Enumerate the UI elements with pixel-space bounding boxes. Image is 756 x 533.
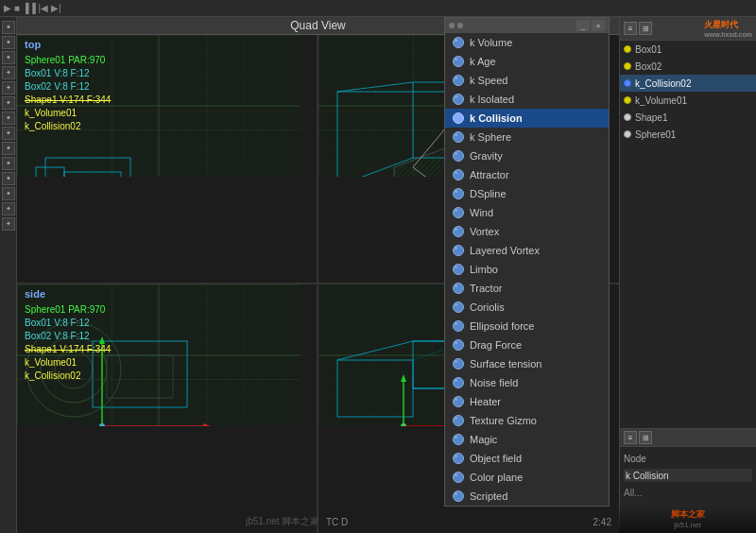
particle-icon-wind bbox=[451, 205, 466, 220]
dropdown-item-attractor[interactable]: Attractor bbox=[445, 165, 609, 184]
strip-icon-12[interactable]: ✦ bbox=[2, 187, 15, 200]
properties-panel-icon-1[interactable]: ≡ bbox=[624, 431, 637, 444]
bottom-brand-sub: jb51.net bbox=[623, 521, 752, 529]
particle-icon-noise-field bbox=[451, 375, 466, 390]
particle-icon-k-isolated bbox=[451, 92, 466, 107]
scene-panel-icon-1[interactable]: ≡ bbox=[624, 22, 637, 35]
viewport-bottom-left-info: Sphere01 PAR:970 Box01 V:8 F:12 Box02 V:… bbox=[25, 303, 111, 383]
tc-label: TC D bbox=[326, 517, 348, 527]
particle-icon-limbo bbox=[451, 262, 466, 277]
particle-icon-attractor bbox=[451, 167, 466, 182]
quad-view-title: Quad View bbox=[290, 19, 345, 32]
dropdown-item-dspline[interactable]: DSpline bbox=[445, 184, 609, 203]
particle-icon-layered-vortex bbox=[451, 243, 466, 258]
strip-icon-8[interactable]: ✦ bbox=[2, 127, 15, 140]
scene-item-k-collision02[interactable]: k_Collision02 bbox=[620, 75, 756, 92]
dot-box02 bbox=[624, 62, 631, 70]
title-dots bbox=[449, 23, 463, 28]
scene-item-shape1[interactable]: Shape1 bbox=[620, 109, 756, 126]
scene-item-box01[interactable]: Box01 bbox=[620, 41, 756, 58]
strip-icon-2[interactable]: ✦ bbox=[2, 36, 15, 49]
viewport-bottom-left[interactable]: side Sphere01 PAR:970 Box01 V:8 F:12 Box… bbox=[17, 284, 318, 533]
scene-panel-header: ≡ ⊞ 火星时代 www.hxsd.com bbox=[620, 17, 756, 41]
scene-panel-icon-2[interactable]: ⊞ bbox=[639, 22, 652, 35]
dropdown-item-k-isolated[interactable]: k Isolated bbox=[445, 90, 609, 109]
title-dot-2 bbox=[457, 23, 463, 28]
particle-icon-k-sphere bbox=[451, 129, 466, 145]
dropdown-minimize-btn[interactable]: _ bbox=[576, 20, 590, 31]
scene-item-box02[interactable]: Box02 bbox=[620, 58, 756, 75]
strip-icon-11[interactable]: ✦ bbox=[2, 172, 15, 185]
dropdown-item-magic[interactable]: Magic bbox=[445, 430, 609, 449]
dropdown-item-ellipsoid-force[interactable]: Ellipsoid force bbox=[445, 317, 609, 335]
dropdown-item-drag-force[interactable]: Drag Force bbox=[445, 335, 609, 354]
bottom-brand-text: 脚本之家 bbox=[623, 508, 752, 521]
dropdown-item-k-volume[interactable]: k Volume bbox=[445, 33, 609, 52]
dropdown-item-gravity[interactable]: Gravity bbox=[445, 146, 609, 165]
strip-icon-13[interactable]: ✦ bbox=[2, 202, 15, 215]
dropdown-item-layered-vortex[interactable]: Layered Vortex bbox=[445, 241, 609, 260]
particle-icon-dspline bbox=[451, 186, 466, 201]
particle-icon-texture-gizmo bbox=[451, 413, 466, 428]
dot-box01 bbox=[624, 45, 631, 53]
strip-icon-7[interactable]: ✦ bbox=[2, 112, 15, 125]
dropdown-item-surface-tension[interactable]: Surface tension bbox=[445, 354, 609, 373]
dropdown-item-wind[interactable]: Wind bbox=[445, 203, 609, 222]
dropdown-item-object-field[interactable]: Object field bbox=[445, 449, 609, 468]
dot-shape1 bbox=[624, 113, 631, 121]
app-container: ▶ ■ ▐▐ |◀ ▶| ✦ ✦ ✦ ✦ ✦ ✦ ✦ ✦ ✦ ✦ ✦ ✦ ✦ ✦… bbox=[0, 0, 756, 533]
dropdown-item-heater[interactable]: Heater bbox=[445, 392, 609, 411]
dropdown-item-vortex[interactable]: Vortex bbox=[445, 222, 609, 241]
properties-panel: ≡ ⊞ Node k Collision All... bbox=[620, 429, 756, 533]
dropdown-item-noise-field[interactable]: Noise field bbox=[445, 373, 609, 392]
dropdown-item-color-plane[interactable]: Color plane bbox=[445, 468, 609, 487]
scene-item-sphere01[interactable]: Sphere01 bbox=[620, 126, 756, 143]
particle-icon-heater bbox=[451, 394, 466, 409]
dot-sphere01 bbox=[624, 130, 631, 138]
dropdown-close-btn[interactable]: × bbox=[592, 20, 605, 31]
dropdown-item-texture-gizmo[interactable]: Texture Gizmo bbox=[445, 411, 609, 430]
viewport-bottom-left-label: side bbox=[25, 288, 45, 300]
viewport-top-left-label: top bbox=[25, 39, 41, 50]
particle-icon-scripted bbox=[451, 489, 466, 504]
top-bar: ▶ ■ ▐▐ |◀ ▶| bbox=[0, 0, 756, 17]
all-prop-row: All... bbox=[624, 485, 752, 500]
properties-panel-icon-2[interactable]: ⊞ bbox=[639, 431, 652, 444]
dropdown-item-scripted[interactable]: Scripted bbox=[445, 487, 609, 506]
dropdown-item-k-collision[interactable]: k Collision bbox=[445, 109, 609, 128]
strip-icon-9[interactable]: ✦ bbox=[2, 142, 15, 155]
strip-icon-4[interactable]: ✦ bbox=[2, 66, 15, 79]
dot-k-collision02 bbox=[624, 79, 631, 87]
strip-icon-6[interactable]: ✦ bbox=[2, 96, 15, 110]
particle-icon-coriolis bbox=[451, 300, 466, 315]
strip-icon-1[interactable]: ✦ bbox=[2, 21, 15, 34]
dropdown-item-k-age[interactable]: k Age bbox=[445, 52, 609, 71]
dropdown-item-limbo[interactable]: Limbo bbox=[445, 260, 609, 279]
left-icon-strip: ✦ ✦ ✦ ✦ ✦ ✦ ✦ ✦ ✦ ✦ ✦ ✦ ✦ ✦ bbox=[0, 17, 17, 533]
properties-panel-header: ≡ ⊞ bbox=[620, 429, 756, 447]
scene-item-k-volume01[interactable]: k_Volume01 bbox=[620, 92, 756, 109]
viewport-top-left[interactable]: K top Sphere01 PAR:970 Box01 V:8 F:12 Bo… bbox=[17, 35, 318, 284]
dropdown-item-k-speed[interactable]: k Speed bbox=[445, 71, 609, 90]
strip-icon-3[interactable]: ✦ bbox=[2, 51, 15, 64]
strip-icon-10[interactable]: ✦ bbox=[2, 157, 15, 170]
time-label: 2:42 bbox=[593, 517, 611, 527]
particle-icon-magic bbox=[451, 432, 466, 447]
dropdown-item-k-sphere[interactable]: k Sphere bbox=[445, 128, 609, 146]
particle-icon-surface-tension bbox=[451, 356, 466, 371]
bottom-brand: 脚本之家 jb51.net bbox=[619, 505, 756, 533]
strip-icon-5[interactable]: ✦ bbox=[2, 81, 15, 95]
dropdown-menu: _ × k Volume k Age k Speed k Isolated bbox=[444, 17, 610, 507]
node-value-row: k Collision bbox=[624, 468, 752, 483]
node-prop-row: Node bbox=[624, 451, 752, 466]
dropdown-titlebar: _ × bbox=[445, 18, 609, 33]
dropdown-item-coriolis[interactable]: Coriolis bbox=[445, 298, 609, 317]
scene-panel-icons: ≡ ⊞ bbox=[624, 22, 652, 35]
particle-icon-k-volume bbox=[451, 35, 466, 50]
brand-logo: 火星时代 www.hxsd.com bbox=[704, 19, 752, 38]
particle-icon-color-plane bbox=[451, 470, 466, 485]
particle-icon-object-field bbox=[451, 451, 466, 466]
strip-icon-14[interactable]: ✦ bbox=[2, 217, 15, 231]
dropdown-item-tractor[interactable]: Tractor bbox=[445, 279, 609, 298]
properties-panel-content: Node k Collision All... bbox=[620, 447, 756, 506]
